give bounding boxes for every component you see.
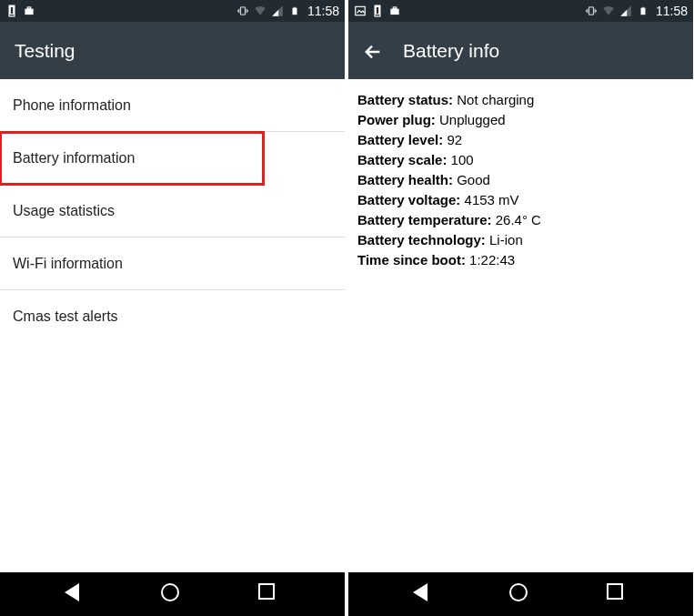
back-button[interactable] xyxy=(65,583,86,605)
info-label: Battery scale: xyxy=(357,152,447,167)
info-label: Battery health: xyxy=(357,172,453,187)
app-bar: Battery info xyxy=(348,22,693,79)
svg-rect-3 xyxy=(292,8,297,15)
left-phone-screen: 11:58 Testing Phone information Battery … xyxy=(0,0,345,616)
list-item-battery-info[interactable]: Battery information xyxy=(0,132,264,185)
svg-rect-8 xyxy=(589,7,594,15)
vibrate-icon xyxy=(585,5,598,17)
page-title: Battery info xyxy=(403,40,499,62)
svg-rect-0 xyxy=(25,9,33,15)
nav-bar xyxy=(0,572,345,616)
svg-rect-1 xyxy=(27,7,31,9)
list-item-label: Usage statistics xyxy=(13,203,115,219)
list-item-label: Phone information xyxy=(13,97,131,114)
info-value: 4153 mV xyxy=(465,192,519,207)
info-value: 1:22:43 xyxy=(469,252,515,268)
info-row-battery-status: Battery status: Not charging xyxy=(357,90,684,109)
list-item-phone-info[interactable]: Phone information xyxy=(0,79,345,132)
info-value: Li-ion xyxy=(489,232,523,247)
image-icon xyxy=(354,5,367,17)
info-value: 92 xyxy=(447,132,462,147)
status-bar: 11:58 xyxy=(0,0,345,22)
back-arrow-icon[interactable] xyxy=(363,42,381,60)
recent-apps-button[interactable] xyxy=(607,583,629,605)
info-row-time-boot: Time since boot: 1:22:43 xyxy=(357,250,684,269)
info-row-battery-health: Battery health: Good xyxy=(357,170,684,189)
info-label: Battery technology: xyxy=(357,232,486,247)
list-item-label: Cmas test alerts xyxy=(13,308,118,325)
info-label: Time since boot: xyxy=(357,252,466,268)
page-title: Testing xyxy=(15,40,75,62)
list-item-usage-stats[interactable]: Usage statistics xyxy=(0,185,345,237)
signal-icon xyxy=(271,5,284,17)
info-row-battery-voltage: Battery voltage: 4153 mV xyxy=(357,190,684,209)
svg-rect-2 xyxy=(241,7,246,15)
home-button[interactable] xyxy=(161,583,183,605)
vibrate-icon xyxy=(236,5,249,17)
info-label: Power plug: xyxy=(357,112,436,127)
status-right: 11:58 xyxy=(236,4,339,18)
svg-rect-7 xyxy=(393,7,397,9)
info-label: Battery status: xyxy=(357,92,453,107)
info-row-battery-tech: Battery technology: Li-ion xyxy=(357,230,684,249)
list-item-cmas-alerts[interactable]: Cmas test alerts xyxy=(0,290,345,343)
nav-bar xyxy=(348,572,693,616)
battery-info-content: Battery status: Not charging Power plug:… xyxy=(348,79,693,572)
wifi-icon xyxy=(602,5,615,17)
list-item-label: Wi-Fi information xyxy=(13,256,123,272)
battery-icon xyxy=(288,5,301,17)
briefcase-icon xyxy=(23,5,35,17)
phone-icon xyxy=(371,5,384,17)
right-phone-screen: 11:58 Battery info Battery status: Not c… xyxy=(348,0,693,616)
info-row-power-plug: Power plug: Unplugged xyxy=(357,110,684,129)
status-time: 11:58 xyxy=(307,4,339,18)
status-right: 11:58 xyxy=(585,4,688,18)
menu-list: Phone information Battery information Us… xyxy=(0,79,345,572)
status-left xyxy=(354,5,401,17)
svg-rect-4 xyxy=(294,7,297,8)
app-bar: Testing xyxy=(0,22,345,79)
back-button[interactable] xyxy=(413,583,435,605)
info-label: Battery voltage: xyxy=(357,192,460,207)
info-row-battery-scale: Battery scale: 100 xyxy=(357,150,684,169)
briefcase-icon xyxy=(388,5,401,17)
recent-apps-button[interactable] xyxy=(258,583,280,605)
info-label: Battery temperature: xyxy=(357,212,492,227)
info-value: Unplugged xyxy=(439,112,506,127)
status-bar: 11:58 xyxy=(348,0,693,22)
info-value: Good xyxy=(457,172,490,187)
info-value: Not charging xyxy=(457,92,534,107)
svg-rect-6 xyxy=(390,9,398,15)
svg-rect-10 xyxy=(642,7,645,8)
list-item-wifi-info[interactable]: Wi-Fi information xyxy=(0,237,345,290)
list-item-label: Battery information xyxy=(13,150,135,167)
info-value: 26.4° C xyxy=(496,212,541,227)
status-left xyxy=(5,5,35,17)
status-time: 11:58 xyxy=(656,4,688,18)
info-value: 100 xyxy=(451,152,474,167)
svg-rect-9 xyxy=(640,8,645,15)
home-button[interactable] xyxy=(509,583,531,605)
battery-icon xyxy=(637,5,649,17)
info-label: Battery level: xyxy=(357,132,443,147)
info-row-battery-level: Battery level: 92 xyxy=(357,130,684,149)
signal-icon xyxy=(619,5,632,17)
phone-icon xyxy=(5,5,18,17)
wifi-icon xyxy=(254,5,267,17)
info-row-battery-temp: Battery temperature: 26.4° C xyxy=(357,210,684,229)
